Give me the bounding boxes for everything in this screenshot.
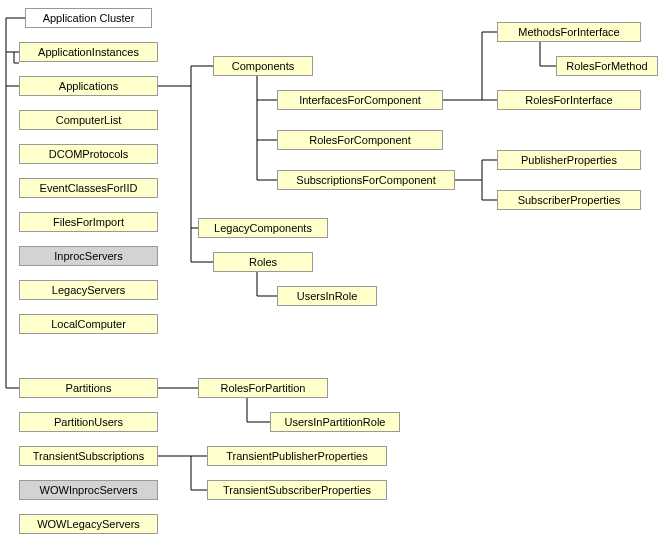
node-methods-for-interface[interactable]: MethodsForInterface bbox=[497, 22, 641, 42]
node-computer-list[interactable]: ComputerList bbox=[19, 110, 158, 130]
node-transient-publisher-properties[interactable]: TransientPublisherProperties bbox=[207, 446, 387, 466]
node-transient-subscriptions[interactable]: TransientSubscriptions bbox=[19, 446, 158, 466]
node-wow-inproc-servers[interactable]: WOWInprocServers bbox=[19, 480, 158, 500]
node-components[interactable]: Components bbox=[213, 56, 313, 76]
node-users-in-partition-role[interactable]: UsersInPartitionRole bbox=[270, 412, 400, 432]
node-partition-users[interactable]: PartitionUsers bbox=[19, 412, 158, 432]
node-dcom-protocols[interactable]: DCOMProtocols bbox=[19, 144, 158, 164]
node-partitions[interactable]: Partitions bbox=[19, 378, 158, 398]
node-wow-legacy-servers[interactable]: WOWLegacyServers bbox=[19, 514, 158, 534]
node-inproc-servers[interactable]: InprocServers bbox=[19, 246, 158, 266]
node-roles-for-method[interactable]: RolesForMethod bbox=[556, 56, 658, 76]
node-interfaces-for-component[interactable]: InterfacesForComponent bbox=[277, 90, 443, 110]
node-publisher-properties[interactable]: PublisherProperties bbox=[497, 150, 641, 170]
node-users-in-role[interactable]: UsersInRole bbox=[277, 286, 377, 306]
node-roles[interactable]: Roles bbox=[213, 252, 313, 272]
node-applications[interactable]: Applications bbox=[19, 76, 158, 96]
node-local-computer[interactable]: LocalComputer bbox=[19, 314, 158, 334]
node-subscriptions-for-component[interactable]: SubscriptionsForComponent bbox=[277, 170, 455, 190]
node-legacy-components[interactable]: LegacyComponents bbox=[198, 218, 328, 238]
node-application-cluster[interactable]: Application Cluster bbox=[25, 8, 152, 28]
node-transient-subscriber-properties[interactable]: TransientSubscriberProperties bbox=[207, 480, 387, 500]
node-files-for-import[interactable]: FilesForImport bbox=[19, 212, 158, 232]
node-subscriber-properties[interactable]: SubscriberProperties bbox=[497, 190, 641, 210]
node-legacy-servers[interactable]: LegacyServers bbox=[19, 280, 158, 300]
node-event-classes-for-iid[interactable]: EventClassesForIID bbox=[19, 178, 158, 198]
node-application-instances[interactable]: ApplicationInstances bbox=[19, 42, 158, 62]
node-roles-for-partition[interactable]: RolesForPartition bbox=[198, 378, 328, 398]
node-roles-for-interface[interactable]: RolesForInterface bbox=[497, 90, 641, 110]
node-roles-for-component[interactable]: RolesForComponent bbox=[277, 130, 443, 150]
